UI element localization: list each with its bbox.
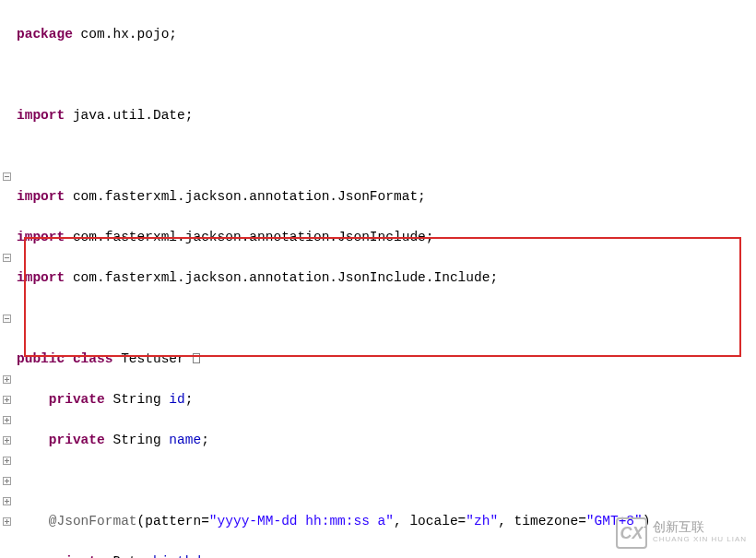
code-line: import com.fasterxml.jackson.annotation.… [17, 267, 756, 288]
keyword: package [17, 27, 73, 42]
code-line: private Date birthday; [17, 552, 756, 558]
keyword: public [17, 351, 65, 366]
keyword: import [17, 108, 65, 123]
code-line: package com.hx.pojo; [17, 24, 756, 44]
fold-box-icon [193, 353, 200, 363]
field: name [169, 433, 201, 447]
fold-icon[interactable] [3, 497, 11, 505]
keyword: private [49, 392, 105, 407]
code-line: import com.fasterxml.jackson.annotation.… [17, 186, 756, 207]
fold-icon[interactable] [3, 477, 11, 485]
watermark: CX 创新互联 CHUANG XIN HU LIAN [616, 517, 747, 549]
keyword: private [49, 433, 105, 447]
blank-line [17, 308, 756, 328]
fold-icon[interactable] [3, 315, 11, 323]
field: id [169, 392, 184, 407]
blank-line [17, 470, 756, 491]
fold-icon[interactable] [3, 396, 11, 404]
watermark-text: 创新互联 CHUANG XIN HU LIAN [653, 521, 747, 545]
fold-icon[interactable] [3, 172, 11, 181]
fold-icon[interactable] [3, 416, 11, 424]
keyword: class [73, 351, 113, 366]
code-line: private String name; [17, 430, 756, 450]
watermark-logo-icon: CX [616, 517, 647, 549]
code-line: import com.fasterxml.jackson.annotation.… [17, 227, 756, 247]
keyword: import [17, 189, 65, 204]
fold-icon[interactable] [3, 457, 11, 465]
field: birthday [153, 554, 218, 558]
string: "yyyy-MM-dd hh:mm:ss a" [209, 514, 394, 528]
blank-line [17, 146, 756, 166]
fold-icon[interactable] [3, 375, 11, 384]
code-line: private String id; [17, 389, 756, 410]
fold-icon[interactable] [3, 436, 11, 445]
code-line: import java.util.Date; [17, 105, 756, 125]
code-line: public class Testuser [17, 349, 756, 369]
keyword: import [17, 270, 65, 285]
keyword: private [49, 554, 105, 558]
string: "zh" [466, 514, 498, 528]
code-editor: package com.hx.pojo; import java.util.Da… [0, 0, 756, 558]
fold-icon[interactable] [3, 517, 11, 526]
annotation: @JsonFormat [49, 514, 137, 528]
fold-icon[interactable] [3, 254, 11, 262]
keyword: import [17, 230, 65, 244]
blank-line [17, 65, 756, 85]
gutter [0, 4, 13, 552]
